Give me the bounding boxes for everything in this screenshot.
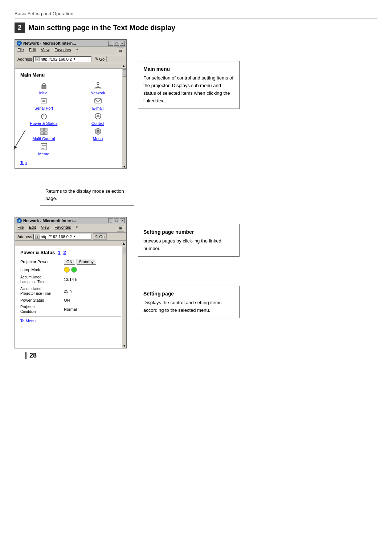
menu-item-multicontrol[interactable]: Multi Control	[20, 127, 67, 141]
address-label-bottom: Address	[17, 234, 32, 239]
close-button[interactable]: ✕	[120, 41, 125, 46]
bottom-section: e Network - Microsoft Intern... _ □ ✕ Fi…	[15, 217, 377, 348]
menu-more-bottom[interactable]: »	[76, 225, 78, 232]
menu-item-control[interactable]: Control	[74, 112, 121, 126]
ps-value-power-status: ON	[64, 298, 70, 302]
menu-grid: Initial	[20, 81, 121, 156]
close-button-bottom[interactable]: ✕	[120, 218, 125, 223]
power-icon	[40, 112, 48, 121]
browser-bottom: e Network - Microsoft Intern... _ □ ✕ Fi…	[15, 217, 127, 348]
menu-link-email[interactable]: E-mail	[92, 106, 103, 110]
scrollbar-thumb-bottom[interactable]	[123, 247, 126, 254]
address-input-top[interactable]: e http://192.168.0.2 ▼	[33, 56, 91, 62]
menu-item-email[interactable]: E-mail	[74, 97, 121, 110]
ps-page-1[interactable]: 1	[58, 250, 60, 255]
menu-link-menu[interactable]: Menu	[93, 136, 103, 141]
svg-point-10	[97, 115, 99, 117]
section-number: 2	[15, 23, 25, 33]
menu-link-multicontrol[interactable]: Multi Control	[33, 136, 55, 141]
menu-view-top[interactable]: View	[41, 48, 50, 54]
minimize-button-bottom[interactable]: _	[108, 218, 113, 223]
ps-row-projector-condition: ProjectorCondition Normal	[20, 305, 121, 314]
browser-window-bottom: e Network - Microsoft Intern... _ □ ✕ Fi…	[15, 217, 127, 348]
ps-row-lamp-time: AccumulatedLamp-use Time 13/14 h	[20, 275, 121, 284]
menu-item-memo[interactable]: Memo	[20, 142, 67, 156]
ps-page-2[interactable]: 2	[64, 250, 66, 255]
callout-returns-text: Returns to the display mode selection pa…	[45, 188, 124, 201]
maximize-button[interactable]: □	[114, 41, 119, 46]
menu-item-network[interactable]: Network	[74, 81, 121, 95]
menu-edit-top[interactable]: Edit	[29, 48, 36, 54]
menu-link-initial[interactable]: Initial	[39, 91, 49, 95]
callout-setting-page: Setting page Displays the control and se…	[138, 286, 240, 318]
toolbar-icon-top[interactable]: ⊞	[117, 48, 124, 54]
go-button-bottom[interactable]: ↻ Go	[93, 233, 107, 240]
callout-setting-page-number-desc: browses pages by click-ing the linked nu…	[143, 237, 234, 253]
svg-rect-18	[44, 132, 47, 135]
maximize-button-bottom[interactable]: □	[114, 218, 119, 223]
menu-link-serial[interactable]: Serial Port	[34, 106, 53, 110]
address-dropdown-top[interactable]: ▼	[73, 57, 76, 61]
menu-edit-bottom[interactable]: Edit	[29, 225, 36, 232]
lamp-yellow-icon	[64, 267, 70, 273]
ps-row-power-status: Power Status ON	[20, 298, 121, 302]
ps-btn-on[interactable]: ON	[64, 259, 75, 265]
ps-separator	[20, 316, 121, 317]
browser-controls-top[interactable]: _ □ ✕	[108, 41, 125, 46]
ps-value-projector-condition: Normal	[64, 307, 77, 311]
to-menu-link[interactable]: To Menu	[20, 319, 36, 323]
menu-link-power[interactable]: Power & Status	[30, 121, 58, 126]
top-section: e Network - Microsoft Intern... _ □ ✕ Fi…	[15, 39, 377, 169]
browser-titlebar-top: e Network - Microsoft Intern... _ □ ✕	[15, 40, 126, 47]
breadcrumb: Basic Setting and Operation	[15, 11, 377, 19]
browser-controls-bottom[interactable]: _ □ ✕	[108, 218, 125, 223]
callout-main-menu-title: Main menu	[143, 65, 234, 73]
menu-view-bottom[interactable]: View	[41, 225, 50, 232]
scrollbar-right-top[interactable]: ▼	[122, 69, 126, 168]
menu-link-memo[interactable]: Memo	[38, 152, 49, 156]
address-dropdown-bottom[interactable]: ▼	[73, 235, 76, 238]
address-input-bottom[interactable]: e http://192.168.0.2 ▼	[33, 234, 91, 240]
top-link[interactable]: Top	[20, 160, 27, 165]
address-label-top: Address	[17, 57, 32, 61]
ps-label-lamp-mode: Lamp Mode	[20, 268, 64, 272]
refresh-icon-bottom: ↻	[95, 234, 98, 239]
top-link-container: Top	[20, 160, 121, 165]
browser-addressbar-bottom: Address e http://192.168.0.2 ▼ ↻ Go	[15, 233, 126, 241]
scrollbar-thumb-top[interactable]	[123, 69, 126, 77]
menu-file-top[interactable]: File	[17, 48, 24, 54]
page-number-container: 28	[15, 363, 377, 367]
memo-icon	[40, 142, 48, 151]
svg-rect-17	[41, 132, 44, 135]
callout-setting-page-number-title: Setting page number	[143, 228, 234, 236]
ps-value-lamp-time: 13/14 h	[64, 277, 77, 282]
ps-label-projector-time: AccumulatedProjector-use Time	[20, 286, 64, 296]
menu-item-serial[interactable]: Serial Port	[20, 97, 67, 110]
browser-titlebar-bottom: e Network - Microsoft Intern... _ □ ✕	[15, 217, 126, 224]
svg-rect-16	[44, 128, 47, 131]
minimize-button[interactable]: _	[108, 41, 113, 46]
browser-top: e Network - Microsoft Intern... _ □ ✕ Fi…	[15, 39, 127, 169]
browser-menubar-top: File Edit View Favorites » ⊞	[15, 47, 126, 55]
ie-icon-bottom: e	[17, 218, 22, 223]
go-button-top[interactable]: ↻ Go	[93, 56, 107, 62]
menu-favorites-top[interactable]: Favorites	[54, 48, 71, 54]
ps-btn-standby[interactable]: Standby	[77, 259, 96, 265]
scrollbar-right-bottom[interactable]: ▼	[122, 246, 126, 348]
menu-file-bottom[interactable]: File	[17, 225, 24, 232]
multi-icon	[40, 127, 48, 136]
menu-link-network[interactable]: Network	[90, 91, 105, 95]
menu-item-menu[interactable]: Menu	[74, 127, 121, 141]
refresh-icon-top: ↻	[95, 57, 98, 61]
network-icon	[94, 81, 102, 90]
ps-header-text: Power & Status	[20, 250, 55, 255]
menu-favorites-bottom[interactable]: Favorites	[54, 225, 71, 232]
menu-more-top[interactable]: »	[76, 48, 78, 54]
callout-setting-page-title: Setting page	[143, 290, 234, 298]
browser-window-top: e Network - Microsoft Intern... _ □ ✕ Fi…	[15, 39, 127, 169]
section-header: 2 Main setting page in the Text Mode dis…	[15, 23, 377, 33]
toolbar-icon-bottom[interactable]: ⊞	[117, 225, 124, 232]
menu-item-initial[interactable]: Initial	[20, 81, 67, 95]
menu-item-power[interactable]: Power & Status	[20, 112, 67, 126]
menu-link-control[interactable]: Control	[91, 121, 104, 126]
